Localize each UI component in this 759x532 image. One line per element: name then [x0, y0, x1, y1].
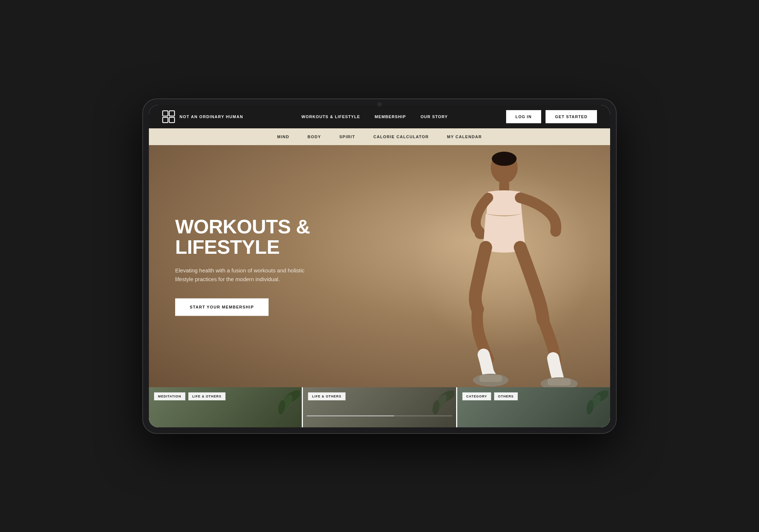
svg-rect-0 [163, 110, 168, 116]
logo-icon [162, 110, 175, 123]
hero-section: WORKOUTS & LIFESTYLE Elevating health wi… [149, 145, 610, 387]
device-frame: NOT AN ORDINARY HUMAN WORKOUTS & LIFESTY… [142, 98, 617, 434]
athlete-figure [391, 145, 610, 387]
sub-nav-mind[interactable]: MIND [277, 135, 289, 139]
logo-area[interactable]: NOT AN ORDINARY HUMAN [162, 110, 243, 123]
card-preview-1[interactable]: MEDITATION LIFE & OTHERS [149, 387, 303, 427]
card-tags-2: LIFE & OTHERS [308, 392, 345, 400]
sub-nav-calorie-calculator[interactable]: CALORIE CALCULATOR [373, 135, 429, 139]
get-started-button[interactable]: GET STARTED [546, 110, 597, 123]
top-navigation: NOT AN ORDINARY HUMAN WORKOUTS & LIFESTY… [149, 105, 610, 128]
membership-cta-button[interactable]: START YOUR MEMBERSHIP [175, 298, 269, 316]
card-tag-others: OTHERS [494, 392, 518, 400]
svg-rect-11 [547, 378, 571, 385]
nav-link-our-story[interactable]: OUR STORY [420, 114, 448, 119]
nav-links: WORKOUTS & LIFESTYLE MEMBERSHIP OUR STOR… [301, 114, 448, 119]
nav-link-workouts[interactable]: WORKOUTS & LIFESTYLE [301, 114, 360, 119]
svg-rect-2 [163, 117, 168, 122]
svg-point-5 [492, 152, 517, 166]
sub-nav-body[interactable]: BODY [308, 135, 321, 139]
sub-nav-spirit[interactable]: SPIRIT [339, 135, 355, 139]
card-tag-meditation: MEDITATION [154, 392, 185, 400]
logo-text: NOT AN ORDINARY HUMAN [180, 114, 243, 119]
card-preview-2[interactable]: LIFE & OTHERS [303, 387, 457, 427]
sub-nav-my-calendar[interactable]: MY CALENDAR [447, 135, 482, 139]
device-camera [377, 102, 382, 106]
svg-rect-3 [169, 117, 174, 122]
login-button[interactable]: LOG IN [506, 110, 542, 123]
device-screen: NOT AN ORDINARY HUMAN WORKOUTS & LIFESTY… [149, 105, 610, 427]
card-preview-3[interactable]: CATEGORY OTHERS [457, 387, 610, 427]
card-tag-life-others-2: LIFE & OTHERS [308, 392, 345, 400]
nav-link-membership[interactable]: MEMBERSHIP [375, 114, 406, 119]
hero-title: WORKOUTS & LIFESTYLE [175, 216, 365, 257]
card-tags-3: CATEGORY OTHERS [462, 392, 518, 400]
card-tags-1: MEDITATION LIFE & OTHERS [154, 392, 226, 400]
svg-rect-1 [169, 110, 174, 116]
hero-content: WORKOUTS & LIFESTYLE Elevating health wi… [175, 216, 365, 316]
hero-subtitle: Elevating health with a fusion of workou… [175, 266, 314, 284]
cards-strip: MEDITATION LIFE & OTHERS [149, 387, 610, 427]
sub-navigation: MIND BODY SPIRIT CALORIE CALCULATOR MY C… [149, 128, 610, 145]
card-tag-category: CATEGORY [462, 392, 491, 400]
svg-rect-9 [479, 375, 502, 382]
card-tag-life-others-1: LIFE & OTHERS [188, 392, 226, 400]
nav-buttons: LOG IN GET STARTED [506, 110, 597, 123]
